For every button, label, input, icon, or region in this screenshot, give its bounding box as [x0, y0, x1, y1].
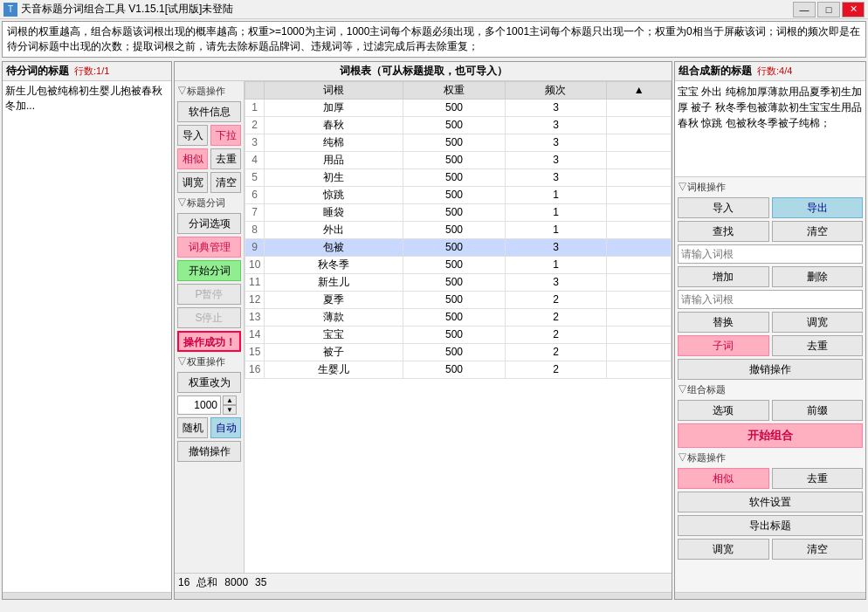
table-row[interactable]: 14 宝宝 500 2	[245, 326, 672, 343]
delete-button[interactable]: 删除	[772, 266, 864, 287]
spinner-down-button[interactable]: ▼	[223, 405, 237, 415]
prefix-button[interactable]: 前缀	[772, 400, 864, 421]
cell-num: 3	[245, 134, 265, 151]
table-row[interactable]: 3 纯棉 500 3	[245, 134, 672, 151]
undo-button[interactable]: 撤销操作	[177, 441, 241, 462]
right-dedupe2-button[interactable]: 去重	[772, 468, 864, 489]
cell-weight: 500	[403, 168, 506, 186]
left-panel-text: 新生儿包被纯棉初生婴儿抱被春秋冬加...	[3, 81, 171, 116]
table-row[interactable]: 9 包被 500 3	[245, 238, 672, 256]
dedupe-button[interactable]: 去重	[210, 148, 241, 169]
segment-options-button[interactable]: 分词选项	[177, 213, 241, 234]
table-row[interactable]: 6 惊跳 500 1	[245, 186, 672, 203]
left-panel-scrollbar[interactable]	[3, 592, 171, 599]
spinner-up-button[interactable]: ▲	[223, 395, 237, 405]
find-button[interactable]: 查找	[678, 221, 769, 242]
cell-extra	[607, 238, 672, 256]
cell-weight: 500	[403, 134, 506, 151]
table-header-word: 词根	[265, 81, 403, 99]
cell-extra	[607, 168, 672, 186]
cell-freq: 1	[505, 186, 607, 203]
pause-button[interactable]: P暂停	[177, 284, 241, 305]
table-row[interactable]: 12 夏季 500 2	[245, 291, 672, 308]
clear-button[interactable]: 清空	[210, 172, 241, 193]
similar-button[interactable]: 相似	[177, 148, 208, 169]
spinner-buttons: ▲ ▼	[223, 395, 237, 415]
right-panel: 组合成新的标题 行数:4/4 宝宝 外出 纯棉加厚薄款用品夏季初生加厚 被子 秋…	[674, 61, 866, 600]
stop-button[interactable]: S停止	[177, 307, 241, 328]
left-panel-row-count: 行数:1/1	[74, 65, 109, 78]
cell-freq: 2	[505, 326, 607, 343]
minimize-button[interactable]: —	[793, 2, 816, 17]
right-adjust2-button[interactable]: 调宽	[678, 539, 769, 560]
left-panel-title: 待分词的标题	[6, 64, 69, 79]
maximize-button[interactable]: □	[817, 2, 840, 17]
table-row[interactable]: 4 用品 500 3	[245, 151, 672, 168]
table-footer-total-freq: 35	[255, 576, 266, 588]
table-header-sort[interactable]: ▲	[607, 81, 672, 99]
cell-num: 2	[245, 116, 265, 134]
cell-freq: 3	[505, 238, 607, 256]
table-scrollbar[interactable]	[175, 592, 672, 599]
table-row[interactable]: 2 春秋 500 3	[245, 116, 672, 134]
table-row[interactable]: 11 新生儿 500 3	[245, 273, 672, 291]
cell-word: 薄款	[265, 308, 403, 326]
table-row[interactable]: 1 加厚 500 3	[245, 99, 672, 116]
weight-value-input[interactable]	[177, 395, 221, 415]
cell-weight: 500	[403, 343, 506, 361]
table-row[interactable]: 8 外出 500 1	[245, 221, 672, 238]
table-row[interactable]: 5 初生 500 3	[245, 168, 672, 186]
cell-freq: 2	[505, 308, 607, 326]
left-panel: 待分词的标题 行数:1/1 新生儿包被纯棉初生婴儿抱被春秋冬加...	[2, 61, 172, 600]
dict-manage-button[interactable]: 词典管理	[177, 237, 241, 258]
auto-button[interactable]: 自动	[210, 417, 241, 438]
start-segment-button[interactable]: 开始分词	[177, 260, 241, 281]
success-label: 操作成功！	[177, 331, 241, 352]
middle-panel-header: 词根表（可从标题提取，也可导入）	[175, 62, 672, 81]
subword-button[interactable]: 子词	[678, 335, 769, 356]
section-segment-label: ▽标题分词	[177, 196, 241, 210]
cell-word: 纯棉	[265, 134, 403, 151]
export-title-button[interactable]: 导出标题	[678, 515, 863, 536]
cell-weight: 500	[403, 326, 506, 343]
import-button[interactable]: 导入	[177, 125, 208, 146]
cell-extra	[607, 326, 672, 343]
right-panel-scrollbar[interactable]	[675, 592, 865, 599]
options-button[interactable]: 选项	[678, 400, 769, 421]
right-clear2-button[interactable]: 清空	[772, 539, 864, 560]
table-header-freq: 频次	[505, 81, 607, 99]
software-info-button[interactable]: 软件信息	[177, 101, 241, 122]
right-clear-button[interactable]: 清空	[772, 221, 864, 242]
table-row[interactable]: 13 薄款 500 2	[245, 308, 672, 326]
add-delete-row: 增加 删除	[678, 266, 863, 287]
add-button[interactable]: 增加	[678, 266, 769, 287]
software-settings-button[interactable]: 软件设置	[678, 492, 863, 512]
close-button[interactable]: ✕	[842, 2, 865, 17]
start-combine-button[interactable]: 开始组合	[678, 423, 863, 448]
right-undo-button[interactable]: 撤销操作	[678, 359, 863, 380]
word-root-input-2[interactable]	[678, 290, 863, 309]
right-adjust-width-button[interactable]: 调宽	[772, 312, 864, 333]
table-row[interactable]: 16 生婴儿 500 2	[245, 361, 672, 378]
change-weight-button[interactable]: 权重改为	[177, 372, 241, 393]
word-root-input-1[interactable]	[678, 244, 863, 264]
table-footer-total-label: 总和	[196, 575, 217, 590]
cell-extra	[607, 221, 672, 238]
table-row[interactable]: 10 秋冬季 500 1	[245, 256, 672, 273]
cell-num: 13	[245, 308, 265, 326]
adjust-width-button[interactable]: 调宽	[177, 172, 208, 193]
right-import-button[interactable]: 导入	[678, 197, 769, 218]
table-row[interactable]: 15 被子 500 2	[245, 343, 672, 361]
cell-word: 春秋	[265, 116, 403, 134]
left-panel-content[interactable]: 新生儿包被纯棉初生婴儿抱被春秋冬加...	[3, 81, 171, 592]
random-button[interactable]: 随机	[177, 417, 208, 438]
word-table-col[interactable]: 词根 权重 频次 ▲ 1 加厚 500 3 2 春秋 500 3 3	[245, 81, 672, 573]
pull-button[interactable]: 下拉	[210, 125, 241, 146]
replace-button[interactable]: 替换	[678, 312, 769, 333]
right-dedupe-button[interactable]: 去重	[772, 335, 864, 356]
cell-word: 夏季	[265, 291, 403, 308]
right-content-area[interactable]: 宝宝 外出 纯棉加厚薄款用品夏季初生加厚 被子 秋冬季包被薄款初生宝宝生用品 春…	[675, 81, 865, 177]
right-similar-button[interactable]: 相似	[678, 468, 769, 489]
table-row[interactable]: 7 睡袋 500 1	[245, 203, 672, 221]
right-export-button[interactable]: 导出	[772, 197, 864, 218]
